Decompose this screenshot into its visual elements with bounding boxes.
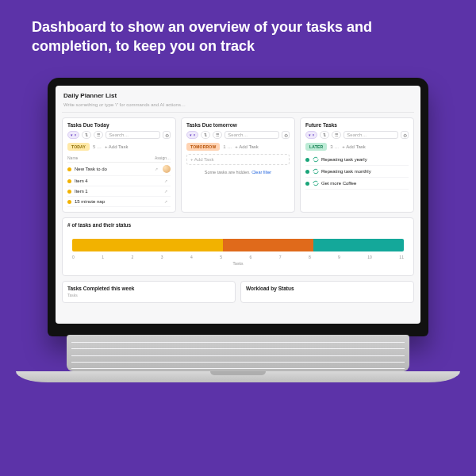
card-title: Tasks Due Today	[67, 122, 171, 128]
task-name: New Task to do	[75, 167, 152, 171]
add-task-button[interactable]: + Add Task	[235, 144, 258, 149]
table-row[interactable]: New Task to do↗	[67, 163, 171, 176]
bar-segment-today	[72, 239, 223, 251]
add-task-button[interactable]: + Add Task	[342, 144, 365, 149]
marketing-headline: Dashboard to show an overview of your ta…	[0, 0, 476, 64]
task-count: 3 …	[330, 144, 339, 149]
toolbar-icon[interactable]: ⇅	[201, 131, 210, 139]
x-axis-ticks: 01234567891011	[72, 255, 404, 259]
table-row[interactable]: 15 minute nap↗	[67, 197, 171, 207]
card-tasks-tomorrow: Tasks Due tomorrow ▾ × ⇅ ☰ Search… ⚙ TOM…	[181, 117, 295, 213]
tick: 11	[399, 255, 404, 259]
gear-icon[interactable]: ⚙	[282, 131, 290, 139]
row-action-icon[interactable]: ↗	[161, 189, 171, 194]
laptop-base	[16, 371, 460, 382]
card-title: Tasks Due tomorrow	[186, 122, 290, 128]
bar-segment-tomorrow	[223, 239, 313, 251]
avatar[interactable]	[163, 165, 171, 173]
app-screen: Daily Planner List Write something or ty…	[56, 86, 420, 324]
table-header: Name Assign…	[67, 154, 171, 163]
toolbar-icon[interactable]: ⇅	[320, 131, 329, 139]
laptop-keyboard	[67, 335, 409, 371]
search-input[interactable]: Search…	[344, 131, 398, 139]
gear-icon[interactable]: ⚙	[401, 131, 409, 139]
group-header[interactable]: LATER 3 … + Add Task	[305, 143, 409, 151]
chart-title: # of tasks and their status	[67, 222, 409, 228]
card-toolbar: ▾ × ⇅ ☰ Search… ⚙	[186, 131, 290, 139]
tick: 5	[220, 255, 222, 259]
status-dot	[305, 182, 309, 186]
status-dot	[67, 190, 71, 194]
toolbar-icon[interactable]: ☰	[213, 131, 222, 139]
status-pill-today: TODAY	[67, 143, 90, 151]
task-name: Item 4	[75, 178, 161, 183]
tick: 7	[279, 255, 282, 259]
repeat-icon	[313, 168, 319, 175]
clear-filter-link[interactable]: Clear filter	[251, 170, 271, 175]
tick: 0	[72, 255, 75, 259]
group-header[interactable]: TOMORROW 1 … + Add Task	[186, 143, 290, 151]
table-row[interactable]: Get more Coffee	[305, 178, 409, 190]
status-pill-later: LATER	[305, 143, 327, 151]
search-input[interactable]: Search…	[225, 131, 279, 139]
card-toolbar: ▾ × ⇅ ☰ Search… ⚙	[305, 131, 409, 139]
card-tasks-today: Tasks Due Today ▾ × ⇅ ☰ Search… ⚙ TODAY …	[62, 117, 176, 213]
laptop-mockup: Daily Planner List Write something or ty…	[48, 78, 428, 382]
hidden-text: Some tasks are hidden.	[205, 170, 251, 175]
card-completed-week: Tasks Completed this week Tasks	[62, 281, 236, 303]
table-row[interactable]: Item 1↗	[67, 186, 171, 197]
group-header[interactable]: TODAY 5 … + Add Task	[67, 143, 171, 151]
task-count: 5 …	[93, 144, 102, 149]
card-future-tasks: Future Tasks ▾ × ⇅ ☰ Search… ⚙ LATER 3 ……	[300, 117, 414, 213]
table-row[interactable]: Repeating task yearly	[305, 154, 409, 166]
card-status-chart: # of tasks and their status 012345678910…	[62, 217, 414, 276]
filter-chip[interactable]: ▾ ×	[186, 131, 198, 139]
row-action-icon[interactable]: ↗	[161, 178, 171, 183]
task-name: Repeating task monthly	[321, 169, 409, 174]
status-dot	[67, 200, 71, 204]
tick: 1	[102, 255, 104, 259]
card-title: Tasks Completed this week	[67, 286, 230, 291]
toolbar-icon[interactable]: ⇅	[82, 131, 91, 139]
repeat-icon	[313, 180, 319, 186]
card-workload-status: Workload by Status	[240, 281, 414, 303]
status-dot	[305, 158, 309, 162]
tick: 2	[131, 255, 133, 259]
col-name: Name	[67, 155, 150, 160]
filter-chip[interactable]: ▾ ×	[67, 131, 79, 139]
filter-chip[interactable]: ▾ ×	[305, 131, 317, 139]
page-title: Daily Planner List	[56, 86, 420, 101]
col-assign: Assign…	[150, 155, 171, 160]
add-task-button[interactable]: + Add Task	[105, 144, 128, 149]
card-title: Future Tasks	[305, 122, 409, 128]
command-prompt[interactable]: Write something or type '/' for commands…	[56, 101, 420, 112]
task-name: Item 1	[75, 189, 161, 194]
repeat-icon	[313, 156, 319, 163]
tick: 9	[338, 255, 340, 259]
status-dot	[67, 179, 71, 183]
row-action-icon[interactable]: ↗	[152, 167, 161, 171]
tick: 8	[309, 255, 311, 259]
tick: 6	[249, 255, 251, 259]
gear-icon[interactable]: ⚙	[163, 131, 171, 139]
axis-label: Tasks	[67, 293, 230, 298]
toolbar-icon[interactable]: ☰	[332, 131, 341, 139]
status-pill-tomorrow: TOMORROW	[186, 143, 220, 151]
task-count: 1 …	[223, 144, 232, 149]
tick: 4	[190, 255, 193, 259]
x-axis-label: Tasks	[72, 261, 404, 266]
row-action-icon[interactable]: ↗	[161, 199, 171, 204]
add-task-ghost[interactable]: + Add Task	[186, 154, 290, 165]
table-row[interactable]: Repeating task monthly	[305, 166, 409, 178]
stacked-bar	[72, 239, 404, 251]
hidden-tasks-note: Some tasks are hidden. Clear filter	[186, 170, 290, 175]
search-input[interactable]: Search…	[106, 131, 160, 139]
status-dot	[67, 167, 71, 171]
table-row[interactable]: Item 4↗	[67, 176, 171, 186]
task-name: 15 minute nap	[75, 199, 161, 204]
toolbar-icon[interactable]: ☰	[94, 131, 103, 139]
status-dot	[305, 170, 309, 174]
task-name: Repeating task yearly	[321, 157, 409, 162]
task-name: Get more Coffee	[321, 181, 409, 186]
card-toolbar: ▾ × ⇅ ☰ Search… ⚙	[67, 131, 171, 139]
